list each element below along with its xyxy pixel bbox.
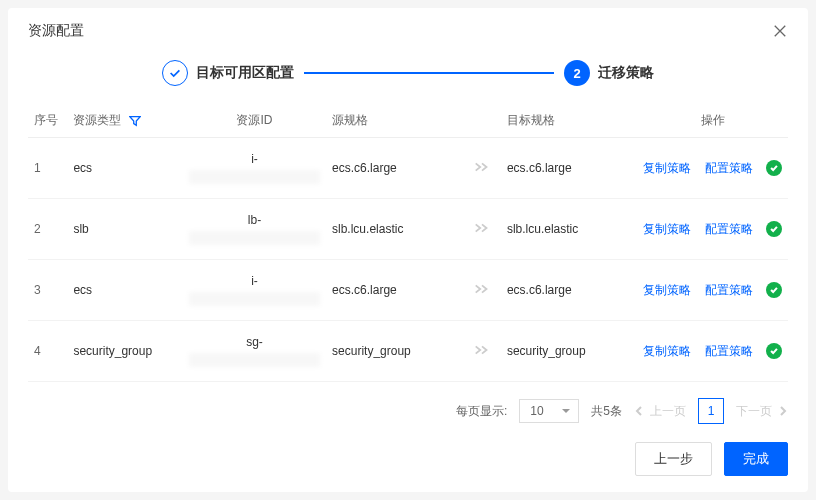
resource-config-dialog: 资源配置 目标可用区配置 2 迁移策略 序号 资源类型: [8, 8, 808, 492]
status-ok-icon: [766, 160, 782, 176]
cell-seq: 3: [28, 260, 67, 321]
cell-operations: 复制策略 配置策略: [637, 199, 788, 260]
dialog-title: 资源配置: [28, 22, 84, 40]
cell-seq: 4: [28, 321, 67, 382]
cell-arrow: [462, 138, 500, 199]
cell-target-spec: slb.lcu.elastic: [501, 199, 637, 260]
copy-strategy-link[interactable]: 复制策略: [643, 344, 691, 358]
cell-type: ecs: [67, 260, 183, 321]
page-size-select[interactable]: 10: [519, 399, 579, 423]
dialog-footer: 上一步 完成: [8, 432, 808, 492]
config-strategy-link[interactable]: 配置策略: [705, 344, 753, 358]
status-ok-icon: [766, 221, 782, 237]
copy-strategy-link[interactable]: 复制策略: [643, 161, 691, 175]
step-1: 目标可用区配置: [162, 60, 294, 86]
cell-operations: 复制策略 配置策略: [637, 260, 788, 321]
table-row: 4 security_group sg- security_group secu…: [28, 321, 788, 382]
cell-source-spec: slb.lcu.elastic: [326, 199, 462, 260]
cell-source-spec: ecs.c6.large: [326, 260, 462, 321]
dialog-header: 资源配置: [8, 8, 808, 52]
col-source-spec: 源规格: [326, 104, 462, 138]
table-row: 2 slb lb- slb.lcu.elastic slb.lcu.elasti…: [28, 199, 788, 260]
step-2-number: 2: [564, 60, 590, 86]
col-seq: 序号: [28, 104, 67, 138]
status-ok-icon: [766, 343, 782, 359]
step-2: 2 迁移策略: [564, 60, 654, 86]
config-strategy-link[interactable]: 配置策略: [705, 283, 753, 297]
cell-target-spec: ecs.c6.large: [501, 138, 637, 199]
next-page[interactable]: 下一页: [736, 403, 788, 420]
cell-resource-id: rm-: [183, 382, 326, 389]
col-operations: 操作: [637, 104, 788, 138]
cell-target-spec: security_group: [501, 321, 637, 382]
step-2-label: 迁移策略: [598, 64, 654, 82]
step-connector: [304, 72, 554, 74]
arrow-right-icon: [473, 223, 491, 237]
config-strategy-link[interactable]: 配置策略: [705, 222, 753, 236]
filter-icon[interactable]: [129, 115, 141, 127]
status-ok-icon: [766, 282, 782, 298]
close-button[interactable]: [772, 23, 788, 39]
copy-strategy-link[interactable]: 复制策略: [643, 222, 691, 236]
cell-operations: 复制策略 配置策略: [637, 138, 788, 199]
cell-type: ecs: [67, 138, 183, 199]
cell-source-spec: security_group: [326, 321, 462, 382]
cell-seq: 2: [28, 199, 67, 260]
cell-type: security_group: [67, 321, 183, 382]
col-target-spec: 目标规格: [501, 104, 637, 138]
cell-resource-id: sg-: [183, 321, 326, 382]
cell-type: slb: [67, 199, 183, 260]
prev-page[interactable]: 上一页: [634, 403, 686, 420]
arrow-right-icon: [473, 345, 491, 359]
table-row: 1 ecs i- ecs.c6.large ecs.c6.large 复制策略 …: [28, 138, 788, 199]
step-1-check-icon: [162, 60, 188, 86]
config-strategy-link[interactable]: 配置策略: [705, 161, 753, 175]
table-row: 3 ecs i- ecs.c6.large ecs.c6.large 复制策略 …: [28, 260, 788, 321]
col-type[interactable]: 资源类型: [67, 104, 183, 138]
pagination: 每页显示: 10 共5条 上一页 1 下一页: [8, 388, 808, 432]
resource-table: 序号 资源类型 资源ID 源规格 目标规格 操作 1 ecs i: [28, 104, 788, 388]
page-size-label: 每页显示:: [456, 403, 507, 420]
cell-operations: 复制策略 配置策略: [637, 321, 788, 382]
copy-strategy-link[interactable]: 复制策略: [643, 283, 691, 297]
arrow-right-icon: [473, 162, 491, 176]
cell-resource-id: lb-: [183, 199, 326, 260]
cell-resource-id: i-: [183, 138, 326, 199]
cell-source-spec: ecs.c6.large: [326, 138, 462, 199]
stepper: 目标可用区配置 2 迁移策略: [8, 52, 808, 104]
cell-arrow: [462, 199, 500, 260]
step-1-label: 目标可用区配置: [196, 64, 294, 82]
cell-target-spec: ecs.c6.large: [501, 260, 637, 321]
cell-resource-id: i-: [183, 260, 326, 321]
col-resource-id: 资源ID: [183, 104, 326, 138]
finish-button[interactable]: 完成: [724, 442, 788, 476]
table-wrapper: 序号 资源类型 资源ID 源规格 目标规格 操作 1 ecs i: [8, 104, 808, 388]
cell-arrow: [462, 260, 500, 321]
total-count: 共5条: [591, 403, 622, 420]
cell-seq: 1: [28, 138, 67, 199]
cell-arrow: [462, 321, 500, 382]
arrow-right-icon: [473, 284, 491, 298]
back-button[interactable]: 上一步: [635, 442, 712, 476]
col-arrow: [462, 104, 500, 138]
page-number-current[interactable]: 1: [698, 398, 724, 424]
